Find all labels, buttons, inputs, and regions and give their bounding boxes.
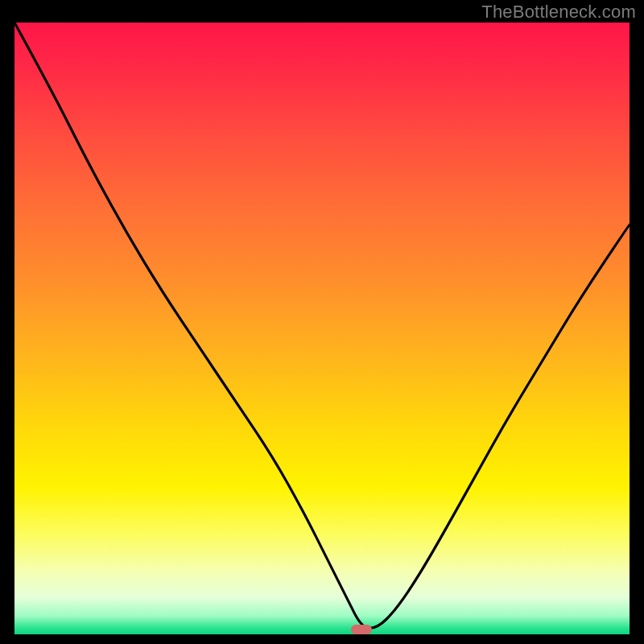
plot-area bbox=[14, 23, 630, 634]
bottleneck-curve bbox=[14, 23, 630, 628]
min-marker bbox=[351, 625, 372, 634]
curve-svg bbox=[14, 23, 630, 634]
chart-frame: TheBottleneck.com bbox=[0, 0, 644, 644]
watermark-text: TheBottleneck.com bbox=[481, 2, 636, 23]
